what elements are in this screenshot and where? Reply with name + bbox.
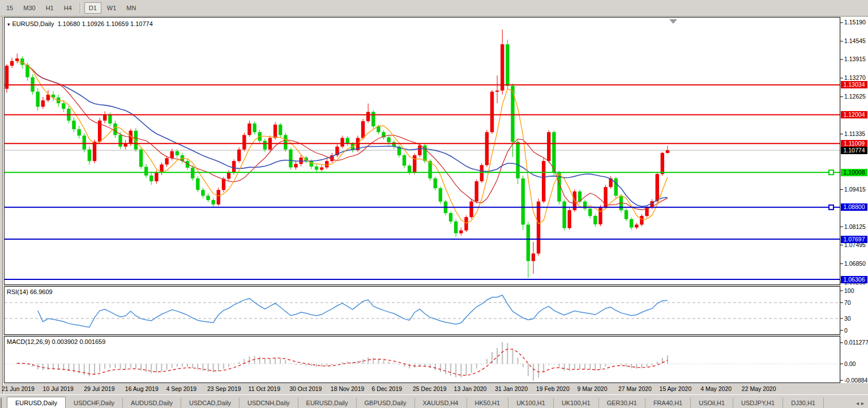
chart-tab-uk100-h1[interactable]: UK100,H1 [508,398,554,408]
chart-tab-hk50-h1[interactable]: HK50,H1 [467,398,509,408]
date-label-4: 4 Sep 2019 [166,385,196,392]
tab-scroll-arrows: ◂▸ [856,400,866,406]
chart-tab-usdcad-daily[interactable]: USDCAD,Daily [181,398,240,408]
chart-tab-gbpusd-daily[interactable]: GBPUSD,Daily [357,398,415,408]
tab-scroll-right-icon[interactable]: ▸ [861,400,866,406]
date-label-11: 13 Jan 2020 [454,385,487,392]
date-label-12: 31 Jan 2020 [495,385,528,392]
tf-button-15[interactable]: 15 [2,2,18,14]
rsi-tick-70: 70 [844,299,851,307]
date-label-14: 9 Mar 2020 [577,385,607,392]
chart-ohlc-values: 1.10680 1.10926 1.10659 1.10774 [58,20,153,27]
toolbar-separator [80,2,81,14]
rsi-panel[interactable] [4,286,840,335]
chart-tab-usdcnh-daily[interactable]: USDCNH,Daily [240,398,298,408]
chart-tab-dj30-h1[interactable]: DJ30,H1 [783,398,824,408]
macd-tick-0.00: 0.00 [844,360,856,368]
rsi-tick-30: 30 [844,315,851,322]
price-badge-1.13034: 1.13034 [841,81,867,88]
tf-button-h4[interactable]: H4 [59,2,76,14]
tf-button-m30[interactable]: M30 [19,2,40,14]
chart-tab-audusd-daily[interactable]: AUDUSD,Daily [123,398,181,408]
symbol-dropdown-icon[interactable]: ▾ [7,22,10,27]
tf-button-h1[interactable]: H1 [41,2,58,14]
date-label-8: 18 Nov 2019 [331,385,365,392]
timeframe-buttons: 15M30H1H4D1W1MN [1,2,141,14]
rsi-label: RSI(14) 66.9609 [7,288,53,295]
chart-tab-uk100-h1[interactable]: UK100,H1 [554,398,599,408]
price-tick-1.06850: 1.06850 [844,260,866,267]
chart-tab-fra40-h1[interactable]: FRA40,H1 [645,398,691,408]
price-badge-1.10774: 1.10774 [841,147,867,154]
tf-button-mn[interactable]: MN [122,2,140,14]
chart-tabs: EURUSD,DailyUSDCHF,DailyAUDUSD,DailyUSDC… [7,397,824,408]
price-chart-panel[interactable] [4,17,840,285]
date-label-6: 11 Oct 2019 [249,385,280,392]
price-badge-1.10008: 1.10008 [841,169,867,176]
price-tick-1.08125: 1.08125 [844,223,866,231]
price-tick-1.13915: 1.13915 [844,56,866,63]
macd-tick-0.011277: 0.011277 [844,339,868,346]
macd-tick--0.008845: -0.008845 [844,377,868,384]
tabbar-grip-icon [1,398,6,408]
date-label-13: 19 Feb 2020 [536,385,570,392]
chart-title: ▾EURUSD,Daily 1.10680 1.10926 1.10659 1.… [7,20,153,27]
chart-tab-usdchf-daily[interactable]: USDCHF,Daily [66,398,123,408]
tab-scroll-left-icon[interactable]: ◂ [856,400,861,406]
date-label-1: 10 Jul 2019 [43,385,74,392]
macd-label: MACD(12,26,9) 0.003902 0.001659 [7,338,105,345]
chart-tab-usoil-h1[interactable]: USOil,H1 [691,398,733,408]
chart-symbol-label: EURUSD,Daily [12,20,54,27]
price-tick-1.11335: 1.11335 [844,130,865,138]
date-label-15: 27 Mar 2020 [618,385,652,392]
price-tick-1.12625: 1.12625 [844,93,866,100]
price-badge-1.08800: 1.08800 [841,203,867,211]
date-label-18: 22 May 2020 [742,385,776,392]
rsi-tick-0: 0 [844,327,848,334]
date-label-3: 16 Aug 2019 [125,385,159,392]
rsi-tick-100: 100 [844,287,854,295]
date-label-17: 4 May 2020 [700,385,732,392]
macd-panel[interactable] [4,336,840,383]
price-badge-1.12004: 1.12004 [841,111,867,118]
date-label-16: 15 Apr 2020 [660,385,692,392]
chart-tab-ger30-h1[interactable]: GER30,H1 [599,398,645,408]
chart-tab-xauusd-h4[interactable]: XAUUSD,H4 [415,398,467,408]
tf-button-w1[interactable]: W1 [102,2,121,14]
tf-button-d1[interactable]: D1 [84,2,101,14]
timeframe-toolbar: 15M30H1H4D1W1MN [0,0,868,16]
date-label-2: 29 Jul 2019 [84,385,114,392]
mt4-terminal: { "toolbar": { "timeframes": ["15","M30"… [0,0,868,408]
date-label-5: 23 Sep 2019 [207,385,241,392]
chart-tabs-bar: EURUSD,DailyUSDCHF,DailyAUDUSD,DailyUSDC… [0,394,868,408]
price-badge-1.07697: 1.07697 [841,236,867,243]
date-label-0: 21 Jun 2019 [2,385,35,392]
chart-tab-eurusd-daily[interactable]: EURUSD,Daily [7,397,66,408]
price-tick-1.14545: 1.14545 [844,37,866,45]
price-tick-1.09415: 1.09415 [844,186,866,193]
price-tick-1.15190: 1.15190 [844,19,866,26]
window-left-edge [2,17,3,394]
price-badge-1.06306: 1.06306 [841,276,867,283]
date-label-10: 25 Dec 2019 [413,385,447,392]
chart-tab-eurusd-daily[interactable]: EURUSD,Daily [298,398,357,408]
date-label-9: 6 Dec 2019 [371,385,402,392]
date-label-7: 30 Oct 2019 [289,385,322,392]
chart-tab-usdjpy-h1[interactable]: USDJPY,H1 [733,398,783,408]
